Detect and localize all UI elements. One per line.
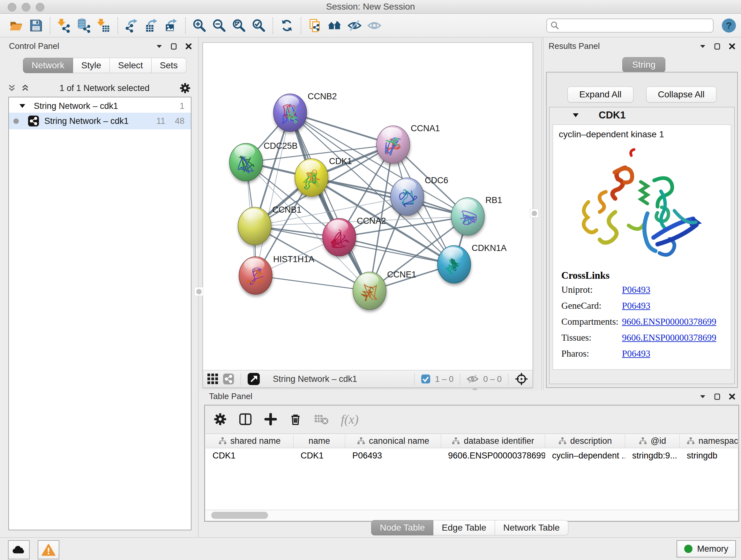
hidden-eye-icon[interactable] [467, 374, 479, 384]
tab-node-table[interactable]: Node Table [371, 520, 433, 536]
cloud-button[interactable] [8, 540, 30, 559]
panel-float-icon[interactable] [714, 393, 721, 400]
export-table-icon [144, 18, 159, 33]
zoom-fit-button[interactable] [229, 16, 249, 35]
crosslink-link[interactable]: 9606.ENSP00000378699 [622, 316, 717, 327]
column-header-shared-name[interactable]: shared name [205, 434, 293, 448]
table-row[interactable]: CDK1CDK1P064939606.ENSP00000378699cyclin… [205, 448, 738, 463]
panel-float-icon[interactable] [170, 43, 178, 50]
table-cell: 9606.ENSP00000378699 [441, 451, 545, 461]
scrollbar-thumb[interactable] [211, 512, 268, 519]
export-image-button[interactable] [161, 16, 181, 35]
protein-accordion-header[interactable]: CDK1 [549, 107, 734, 123]
tab-string[interactable]: String [622, 57, 665, 72]
tab-style[interactable]: Style [73, 58, 110, 73]
column-header-description[interactable]: description [545, 434, 625, 448]
selected-checkbox-icon[interactable] [421, 374, 430, 384]
column-label: @id [651, 436, 666, 446]
panel-close-icon[interactable] [728, 43, 736, 50]
table-panel-title: Table Panel [209, 391, 253, 401]
function-builder-icon[interactable]: f(x) [341, 412, 359, 427]
accordion-triangle-icon[interactable] [572, 111, 580, 119]
tab-network[interactable]: Network [23, 58, 73, 73]
table-horizontal-scrollbar[interactable] [205, 510, 738, 520]
search-box[interactable] [546, 18, 714, 33]
tab-network-table[interactable]: Network Table [495, 520, 568, 536]
import-database-button[interactable] [74, 16, 94, 35]
column-header-name[interactable]: name [293, 434, 345, 448]
hide-selected-button[interactable] [345, 16, 364, 35]
tab-sets[interactable]: Sets [151, 58, 186, 73]
left-splitter-handle[interactable] [194, 287, 203, 296]
table-cell: CDK1 [293, 451, 345, 461]
delete-table-icon[interactable] [314, 413, 329, 425]
tab-edge-table[interactable]: Edge Table [433, 520, 495, 536]
crosslink-row: Compartments:9606.ENSP00000378699 [561, 316, 731, 327]
delete-column-trash-icon[interactable] [289, 413, 302, 426]
open-session-button[interactable] [6, 16, 26, 35]
network-row-selected[interactable]: String Network – cdk1 11 48 [9, 113, 191, 129]
zoom-out-button[interactable] [209, 16, 229, 35]
refresh-layout-button[interactable] [277, 16, 297, 35]
collapse-triangle-icon[interactable] [18, 102, 26, 110]
selected-counts: 1 – 0 [435, 374, 454, 384]
tab-select[interactable]: Select [110, 58, 151, 73]
panel-menu-icon[interactable] [699, 393, 706, 400]
crosslink-link[interactable]: 9606.ENSP00000378699 [622, 332, 717, 343]
memory-button[interactable]: Memory [677, 540, 736, 557]
expand-all-networks-icon[interactable] [21, 84, 29, 92]
network-canvas[interactable]: CCNB2CCNA1CDC25BCDK1CDC6RB1CCNB1CCNA2CDK… [203, 43, 533, 370]
results-splitter[interactable] [541, 37, 542, 390]
collapse-all-networks-icon[interactable] [8, 84, 16, 92]
fit-selection-crosshair-icon[interactable] [515, 372, 528, 386]
table-options-gear-icon[interactable] [214, 413, 226, 426]
zoom-in-icon [192, 18, 207, 33]
collapse-all-button[interactable]: Collapse All [646, 86, 717, 103]
svg-text:CDKN1A: CDKN1A [472, 243, 507, 253]
new-network-from-selection-button[interactable] [305, 16, 325, 35]
crosslink-link[interactable]: P06493 [622, 300, 650, 311]
import-network-button[interactable] [54, 16, 74, 35]
network-selection-status: 1 of 1 Network selected [29, 83, 180, 93]
refresh-layout-icon [280, 18, 294, 33]
panel-menu-icon[interactable] [699, 43, 706, 50]
import-table-button[interactable] [94, 16, 114, 35]
save-session-button[interactable] [26, 16, 46, 35]
column-header-namespace[interactable]: namespace [680, 434, 738, 448]
zoom-selected-button[interactable] [249, 16, 269, 35]
birds-eye-view-icon[interactable] [207, 374, 218, 384]
right-splitter-handle[interactable] [530, 209, 539, 218]
protein-structure-image [553, 141, 731, 269]
export-table-button[interactable] [142, 16, 161, 35]
expand-all-button[interactable]: Expand All [567, 86, 633, 103]
panel-float-icon[interactable] [714, 43, 721, 50]
shared-column-tree-icon [357, 437, 365, 445]
panel-close-icon[interactable] [185, 43, 192, 50]
panel-menu-icon[interactable] [155, 43, 163, 50]
import-database-icon [77, 18, 91, 33]
graph-node-CCNA2 [323, 219, 356, 256]
column-header-canonical-name[interactable]: canonical name [345, 434, 441, 448]
search-icon [550, 21, 560, 30]
network-options-gear-icon[interactable] [180, 83, 191, 94]
zoom-in-button[interactable] [190, 16, 209, 35]
help-button[interactable]: ? [721, 18, 737, 33]
add-column-icon[interactable] [264, 413, 277, 426]
crosslink-link[interactable]: P06493 [622, 285, 650, 295]
svg-text:CCNB1: CCNB1 [272, 205, 301, 214]
table-panel: Table Panel f(x) shared namenamecanonica… [199, 390, 741, 537]
show-all-button[interactable] [364, 16, 384, 35]
warnings-button[interactable] [38, 540, 59, 559]
column-header-database-identifier[interactable]: database identifier [441, 434, 545, 448]
crosslink-link[interactable]: P06493 [622, 348, 650, 359]
column-header-id[interactable]: @id [625, 434, 680, 448]
panel-close-icon[interactable] [728, 393, 736, 400]
export-network-button[interactable] [122, 16, 142, 35]
export-view-icon[interactable] [247, 373, 260, 385]
network-share-icon[interactable] [223, 373, 234, 385]
crosslink-row: GeneCard:P06493 [561, 300, 731, 311]
search-input[interactable] [562, 21, 710, 30]
show-columns-icon[interactable] [239, 413, 252, 426]
network-collection-row[interactable]: String Network – cdk1 1 [9, 99, 191, 113]
cytoscape-home-button[interactable] [325, 16, 345, 35]
